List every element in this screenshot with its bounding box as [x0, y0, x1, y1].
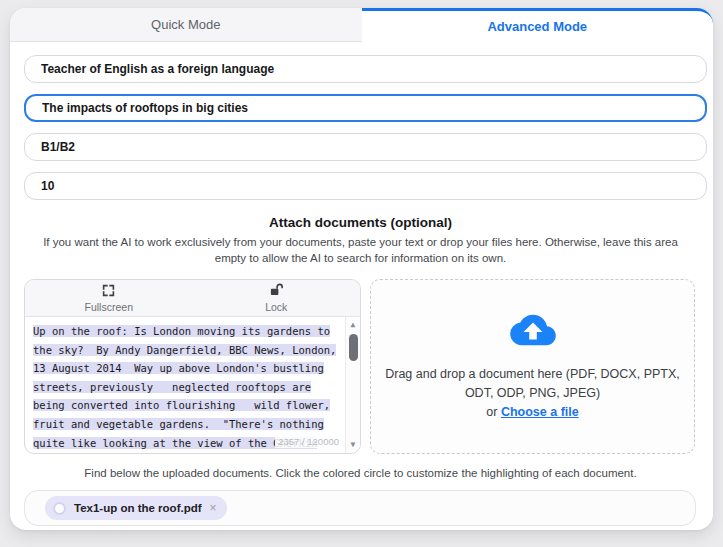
tab-advanced-label: Advanced Mode — [487, 19, 587, 34]
tab-advanced-mode[interactable]: Advanced Mode — [362, 8, 714, 42]
uploaded-file-chip[interactable]: Tex1-up on the roof.pdf × — [45, 496, 227, 520]
mode-tabs: Quick Mode Advanced Mode — [10, 8, 713, 42]
fullscreen-button[interactable]: Fullscreen — [25, 280, 193, 316]
main-card: Quick Mode Advanced Mode Attach document… — [10, 8, 713, 530]
character-counter: 2357 / 120000 — [275, 435, 342, 448]
uploaded-files-bar: Tex1-up on the roof.pdf × — [24, 490, 696, 526]
lock-label: Lock — [265, 301, 287, 313]
lock-open-icon — [269, 283, 284, 300]
text-field-1[interactable] — [24, 55, 707, 83]
editor-toolbar: Fullscreen Lock — [25, 280, 360, 317]
scroll-down-icon[interactable]: ▼ — [346, 439, 360, 451]
cloud-upload-icon — [508, 311, 558, 353]
scrollbar-thumb[interactable] — [349, 334, 358, 361]
highlight-color-circle[interactable] — [53, 502, 66, 515]
dropzone-main-text: Drag and drop a document here (PDF, DOCX… — [385, 367, 680, 400]
editor-scrollbar[interactable]: ▲ ▼ — [345, 317, 360, 453]
attach-panels: Fullscreen Lock Up on th — [24, 279, 697, 454]
attach-documents-description: If you want the AI to work exclusively f… — [33, 234, 688, 266]
fullscreen-icon — [102, 284, 115, 300]
tab-quick-mode[interactable]: Quick Mode — [10, 8, 362, 42]
document-text-area[interactable]: Up on the roof: Is London moving its gar… — [25, 317, 360, 453]
tab-quick-label: Quick Mode — [151, 17, 220, 32]
scroll-up-icon[interactable]: ▲ — [346, 319, 360, 331]
text-field-4[interactable] — [24, 172, 707, 200]
text-field-2[interactable] — [24, 94, 707, 122]
uploaded-documents-note: Find below the uploaded documents. Click… — [24, 467, 697, 479]
dropzone-or-text: or — [486, 405, 501, 419]
advanced-mode-form: Attach documents (optional) If you want … — [10, 42, 713, 526]
document-text: Up on the roof: Is London moving its gar… — [25, 317, 360, 452]
choose-file-link[interactable]: Choose a file — [501, 405, 579, 419]
attach-documents-title: Attach documents (optional) — [24, 215, 697, 230]
file-dropzone[interactable]: Drag and drop a document here (PDF, DOCX… — [370, 279, 695, 454]
dropzone-text: Drag and drop a document here (PDF, DOCX… — [383, 365, 683, 422]
file-name: Tex1-up on the roof.pdf — [74, 502, 202, 514]
lock-button[interactable]: Lock — [193, 280, 361, 316]
text-field-3[interactable] — [24, 133, 707, 161]
document-text-editor: Fullscreen Lock Up on th — [24, 279, 361, 454]
remove-file-icon[interactable]: × — [210, 502, 217, 514]
fullscreen-label: Fullscreen — [85, 301, 133, 313]
